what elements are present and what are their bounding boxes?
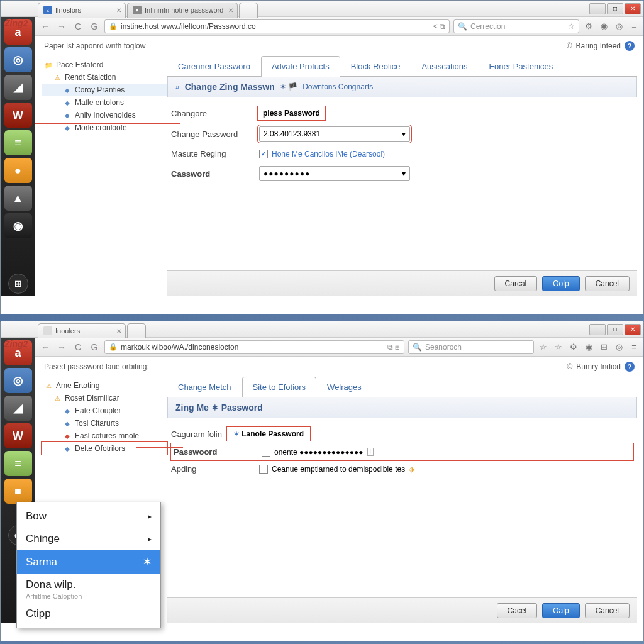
menu-icon[interactable]: ≡ bbox=[628, 21, 640, 32]
star-icon[interactable]: ☆ bbox=[568, 22, 575, 31]
tree-item[interactable]: ⚠Rendt Stalction bbox=[42, 71, 167, 84]
browser-tab-1[interactable]: z Ilnoslors ✕ bbox=[38, 3, 126, 18]
menu-icon[interactable]: ≡ bbox=[628, 341, 640, 353]
dock-item-6[interactable]: ■ bbox=[4, 479, 32, 504]
gear-icon[interactable]: ⚙ bbox=[568, 341, 579, 353]
tab-ausiscations[interactable]: Ausiscations bbox=[411, 56, 478, 76]
browser-tab-2[interactable]: ● Infinmtn notne passsword ✕ bbox=[127, 3, 238, 18]
dock-item-8[interactable]: ◉ bbox=[4, 213, 32, 238]
search-input[interactable]: 🔍 Seanoroch bbox=[408, 340, 534, 354]
dock-item-2[interactable]: ◎ bbox=[4, 47, 32, 72]
dock-item-4[interactable]: W bbox=[4, 103, 32, 128]
form-label: Passwoord bbox=[174, 447, 255, 457]
dock-item-4[interactable]: W bbox=[4, 423, 32, 448]
info-icon[interactable]: ⬗ bbox=[409, 465, 414, 474]
tab-advateprotucts[interactable]: Advate Protucts bbox=[261, 56, 340, 77]
url-input[interactable]: 🔒 markouk wiboo/wA./dinconeslocton ⧉ ⊞ bbox=[104, 340, 404, 354]
ext-icon[interactable]: ◉ bbox=[598, 21, 609, 32]
menu-item-bow[interactable]: Bow▸ bbox=[17, 505, 160, 528]
menu-item-sarma[interactable]: Sarma✶ bbox=[17, 550, 160, 574]
help-icon[interactable]: ? bbox=[625, 362, 635, 372]
menu-item-chinge[interactable]: Chinge▸ bbox=[17, 528, 160, 550]
tree-item[interactable]: ◆Eate Cfoupler bbox=[42, 404, 167, 417]
cancel-button[interactable]: Carcal bbox=[494, 276, 538, 291]
maximize-button[interactable]: □ bbox=[607, 324, 623, 335]
tree-item-highlighted[interactable]: ◆Delte Ofotrilors bbox=[42, 442, 167, 455]
forward-icon[interactable]: → bbox=[55, 341, 68, 353]
dock-item-6[interactable]: ● bbox=[4, 158, 32, 183]
link-cell: ✔ Hone Me Canclios lMe (Dearsool) bbox=[259, 150, 385, 158]
password-field[interactable]: ●●●●●●●●● ▾ bbox=[259, 166, 410, 181]
url-input[interactable]: 🔒 instine.host www./ileltcom/Passsword.c… bbox=[104, 19, 450, 33]
home-icon[interactable]: G bbox=[88, 20, 101, 33]
tree-item[interactable]: ◆Anily Inolvenoides bbox=[42, 109, 167, 121]
home-icon[interactable]: G bbox=[88, 341, 101, 353]
tree-label: Ame Ertoting bbox=[56, 381, 99, 390]
star2-icon[interactable]: ☆ bbox=[553, 341, 564, 353]
tree-item[interactable]: ◆Easl cotures mnole bbox=[42, 430, 167, 442]
minimize-button[interactable]: — bbox=[589, 324, 606, 335]
close-icon[interactable]: ✕ bbox=[228, 7, 233, 14]
new-tab-button[interactable] bbox=[239, 3, 258, 18]
tree-item[interactable]: ◆Tosi Cltarurts bbox=[42, 417, 167, 430]
close-button[interactable]: ✕ bbox=[625, 3, 641, 14]
option-cell: Ceanue emptlarned to demispodible tes ⬗ bbox=[259, 465, 414, 474]
checkbox[interactable] bbox=[262, 448, 270, 457]
options-link[interactable]: Hone Me Canclios lMe (Dearsool) bbox=[272, 150, 385, 158]
dock-item-5[interactable]: ≡ bbox=[4, 130, 32, 155]
favicon-icon: z bbox=[43, 6, 52, 14]
info-icon[interactable]: i bbox=[367, 448, 374, 456]
menu-item-donawilp[interactable]: Dona wilp. bbox=[17, 574, 160, 592]
dock-item-2[interactable]: ◎ bbox=[4, 368, 32, 393]
tab-welrages[interactable]: Welrages bbox=[316, 377, 372, 397]
checkbox[interactable]: ✔ bbox=[259, 150, 268, 158]
minimize-button[interactable]: — bbox=[589, 3, 606, 14]
star-icon[interactable]: ☆ bbox=[538, 341, 549, 353]
help-icon[interactable]: ? bbox=[625, 41, 635, 51]
browser-tab-1[interactable]: Inoulers ✕ bbox=[38, 323, 126, 338]
close-icon[interactable]: ✕ bbox=[116, 328, 121, 335]
checkbox[interactable] bbox=[259, 465, 268, 474]
cancel-button-2[interactable]: Cancel bbox=[585, 603, 630, 618]
tab-carennerpassword[interactable]: Carenner Passworo bbox=[167, 56, 261, 76]
dock-item-apps[interactable]: ⊞ bbox=[8, 274, 28, 294]
reload-icon[interactable]: C bbox=[72, 341, 84, 353]
tree-item[interactable]: ◆Coroy Pranfies bbox=[42, 84, 167, 96]
tree-item[interactable]: ⚠Ame Ertoting bbox=[42, 379, 167, 392]
close-icon[interactable]: ✕ bbox=[116, 7, 121, 14]
form-row-3: Masute Reging ✔ Hone Me Canclios lMe (De… bbox=[171, 145, 633, 162]
ok-button[interactable]: Oolp bbox=[542, 276, 579, 291]
search-input[interactable]: 🔍 Cerrection ☆ bbox=[453, 19, 579, 33]
tab-blockreolice[interactable]: Block Reolice bbox=[340, 56, 411, 76]
ok-button[interactable]: Oalp bbox=[542, 603, 579, 618]
dock-item-3[interactable]: ◢ bbox=[4, 396, 32, 421]
dock-item-3[interactable]: ◢ bbox=[4, 75, 32, 100]
ext2-icon[interactable]: ◎ bbox=[613, 21, 625, 32]
dock-item-7[interactable]: ▲ bbox=[4, 186, 32, 211]
gear-icon[interactable]: ⚙ bbox=[583, 21, 594, 32]
tree-item[interactable]: ⚠Roset Dismilicar bbox=[42, 392, 167, 404]
tab-changemetch[interactable]: Change Metch bbox=[167, 377, 242, 397]
new-tab-button[interactable] bbox=[127, 323, 146, 338]
tree-item[interactable]: 📁Pace Estaterd bbox=[42, 58, 167, 71]
ext3-icon[interactable]: ◎ bbox=[613, 341, 625, 353]
ext2-icon[interactable]: ⊞ bbox=[598, 341, 609, 353]
maximize-button[interactable]: □ bbox=[607, 3, 623, 14]
tab-sitetoefotiors[interactable]: Site to Efotiors bbox=[242, 377, 317, 397]
tree-label: Rendt Stalction bbox=[65, 73, 116, 82]
back-icon[interactable]: ← bbox=[39, 341, 52, 353]
tree-item[interactable]: ◆Matle entolons bbox=[42, 96, 167, 109]
cancel-button[interactable]: Cacel bbox=[497, 603, 538, 618]
form-area: Caguram folin ✶ Lanole Password Passwoor… bbox=[167, 418, 637, 597]
dock-item-5[interactable]: ≡ bbox=[4, 451, 32, 476]
forward-icon[interactable]: → bbox=[55, 20, 68, 33]
reload-icon[interactable]: C bbox=[72, 20, 84, 33]
tree-label: Eate Cfoupler bbox=[75, 406, 121, 415]
change-password-select[interactable]: 2.08.40123.9381 ▾ bbox=[259, 126, 410, 142]
ext-icon[interactable]: ◉ bbox=[583, 341, 594, 353]
back-icon[interactable]: ← bbox=[39, 20, 52, 33]
close-button[interactable]: ✕ bbox=[625, 324, 641, 335]
menu-item-ctipp[interactable]: Ctipp bbox=[17, 602, 160, 625]
cancel-button-2[interactable]: Cancel bbox=[585, 276, 630, 291]
tab-eonerpastenices[interactable]: Eoner Pastenices bbox=[478, 56, 564, 76]
